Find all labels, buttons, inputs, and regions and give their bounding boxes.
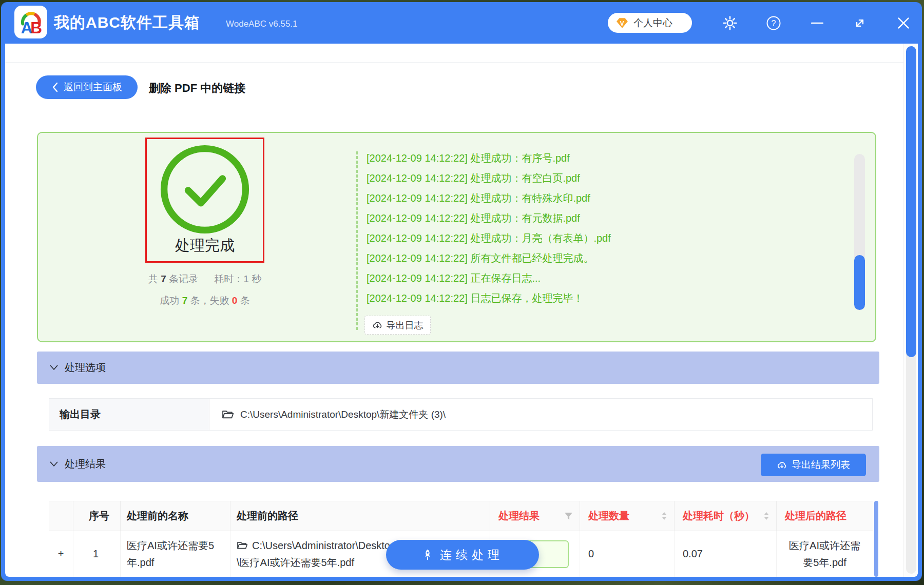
status-highlight-box: 处理完成 bbox=[145, 138, 264, 263]
v-gem-icon: V bbox=[616, 17, 628, 29]
log-line: [2024-12-09 14:12:22] 处理成功：月亮（有表单）.pdf bbox=[367, 228, 844, 248]
panel-scrollbar-thumb[interactable] bbox=[854, 255, 865, 310]
svg-text:V: V bbox=[620, 20, 624, 27]
header-count[interactable]: 处理数量 bbox=[580, 501, 675, 531]
header-index: 序号 bbox=[73, 501, 121, 531]
output-dir-label: 输出目录 bbox=[49, 398, 209, 431]
chevron-left-icon bbox=[51, 82, 59, 92]
header-result[interactable]: 处理结果 bbox=[490, 501, 580, 531]
table-scrollbar-thumb[interactable] bbox=[874, 501, 878, 577]
minimize-icon bbox=[811, 22, 823, 25]
log-line: [2024-12-09 14:12:22] 正在保存日志... bbox=[367, 268, 844, 288]
path-line-1: C:\Users\Administrator\Desktop bbox=[252, 540, 396, 551]
table-header: 序号 处理前的名称 处理前的路径 处理结果 处理数量 处理耗时（秒） bbox=[49, 501, 873, 531]
rocket-icon bbox=[421, 549, 434, 561]
header-path-before: 处理前的路径 bbox=[230, 501, 490, 531]
sort-arrows-icon[interactable] bbox=[764, 512, 769, 520]
folder-icon bbox=[237, 541, 248, 550]
row-count: 0 bbox=[580, 531, 675, 577]
close-button[interactable] bbox=[894, 13, 913, 33]
svg-text:B: B bbox=[30, 18, 42, 36]
log-line: [2024-12-09 14:12:22] 处理成功：有空白页.pdf bbox=[367, 168, 844, 188]
log-list: [2024-12-09 14:12:22] 处理成功：有序号.pdf [2024… bbox=[367, 148, 844, 308]
result-panel: 处理完成 共 7 条记录 耗时：1 秒 成功 7 条，失败 0 条 [2024-… bbox=[37, 132, 876, 342]
app-logo: A B bbox=[14, 6, 47, 38]
folder-icon bbox=[222, 410, 234, 420]
chevron-down-icon bbox=[49, 461, 59, 467]
help-icon: ? bbox=[766, 15, 781, 31]
success-count: 7 bbox=[182, 295, 188, 306]
page-title: 删除 PDF 中的链接 bbox=[149, 81, 245, 96]
log-line: [2024-12-09 14:12:22] 处理成功：有序号.pdf bbox=[367, 148, 844, 168]
log-separator bbox=[356, 151, 358, 330]
user-center-button[interactable]: V 个人中心 bbox=[608, 13, 692, 33]
path-line-2: \医疗AI或许还需要5年.pdf bbox=[237, 554, 396, 571]
chevron-down-icon bbox=[49, 364, 59, 371]
output-dir-field[interactable]: C:\Users\Administrator\Desktop\新建文件夹 (3)… bbox=[209, 398, 873, 431]
check-circle-icon bbox=[160, 144, 250, 235]
options-section-title: 处理选项 bbox=[65, 361, 106, 375]
settings-gear-icon bbox=[722, 15, 738, 31]
header-elapsed[interactable]: 处理耗时（秒） bbox=[675, 501, 777, 531]
help-button[interactable]: ? bbox=[764, 13, 783, 33]
elapsed-text: 耗时：1 秒 bbox=[214, 274, 261, 284]
resize-button[interactable] bbox=[850, 13, 870, 33]
svg-text:?: ? bbox=[772, 19, 776, 28]
main-content: 返回到主面板 删除 PDF 中的链接 处理完成 共 7 条记录 耗时：1 秒 成… bbox=[5, 44, 918, 577]
user-center-label: 个人中心 bbox=[633, 16, 672, 30]
header-path-after: 处理后的路径 bbox=[777, 501, 873, 531]
cloud-download-icon bbox=[777, 461, 787, 470]
back-label: 返回到主面板 bbox=[64, 81, 122, 94]
header-expander bbox=[49, 501, 73, 531]
main-scrollbar bbox=[903, 44, 918, 577]
main-scrollbar-thumb[interactable] bbox=[906, 46, 916, 357]
divider bbox=[5, 62, 918, 63]
log-line: [2024-12-09 14:12:22] 所有文件都已经处理完成。 bbox=[367, 248, 844, 268]
status-text: 处理完成 bbox=[175, 236, 235, 256]
row-index: 1 bbox=[73, 531, 121, 577]
app-version: WodeABC v6.55.1 bbox=[226, 19, 298, 29]
section-header-options[interactable]: 处理选项 bbox=[37, 352, 879, 384]
log-line: [2024-12-09 14:12:22] 处理成功：有特殊水印.pdf bbox=[367, 188, 844, 208]
sort-arrows-icon[interactable] bbox=[662, 512, 667, 520]
header-name-before: 处理前的名称 bbox=[121, 501, 230, 531]
results-section-title: 处理结果 bbox=[65, 457, 106, 471]
summary-line-total: 共 7 条记录 耗时：1 秒 bbox=[51, 272, 359, 286]
app-title: 我的ABC软件工具箱 bbox=[54, 12, 200, 33]
app-window: A B 我的ABC软件工具箱 WodeABC v6.55.1 V 个人中心 ? bbox=[1, 2, 922, 581]
funnel-icon[interactable] bbox=[565, 513, 572, 520]
back-to-dashboard-button[interactable]: 返回到主面板 bbox=[36, 75, 138, 99]
total-count: 7 bbox=[161, 274, 166, 284]
minimize-button[interactable] bbox=[807, 13, 827, 33]
row-path-after: 医疗AI或许还需要5年.pdf bbox=[777, 531, 873, 577]
section-header-results[interactable]: 处理结果 bbox=[37, 446, 879, 482]
continue-label: 连续处理 bbox=[440, 547, 504, 563]
ab-rainbow-logo-icon: A B bbox=[16, 8, 45, 36]
close-icon bbox=[897, 16, 910, 30]
cloud-download-icon bbox=[372, 321, 382, 329]
settings-button[interactable] bbox=[720, 13, 740, 33]
log-line: [2024-12-09 14:12:22] 处理成功：有元数据.pdf bbox=[367, 208, 844, 228]
resize-icon bbox=[853, 16, 867, 30]
continue-processing-button[interactable]: 连续处理 bbox=[386, 540, 539, 570]
fail-count: 0 bbox=[232, 295, 238, 306]
output-dir-value: C:\Users\Administrator\Desktop\新建文件夹 (3)… bbox=[240, 408, 446, 421]
summary-line-result: 成功 7 条，失败 0 条 bbox=[51, 294, 359, 307]
log-line: [2024-12-09 14:12:22] 日志已保存，处理完毕！ bbox=[367, 288, 844, 308]
export-log-label: 导出日志 bbox=[387, 319, 424, 332]
export-result-list-button[interactable]: 导出结果列表 bbox=[761, 454, 866, 476]
row-name-before: 医疗AI或许还需要5年.pdf bbox=[121, 531, 230, 577]
export-result-list-label: 导出结果列表 bbox=[792, 458, 850, 472]
row-expander-button[interactable]: + bbox=[49, 531, 73, 577]
export-log-button[interactable]: 导出日志 bbox=[364, 316, 431, 335]
row-elapsed: 0.07 bbox=[675, 531, 777, 577]
